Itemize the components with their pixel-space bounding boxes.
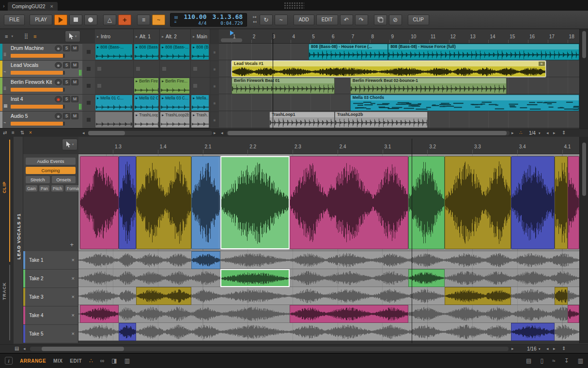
zoom-in-button[interactable]: ▸ (553, 346, 556, 351)
tab-overflow-chevron-icon[interactable]: › (3, 3, 5, 9)
take-lane[interactable] (78, 251, 579, 269)
scrollbar-handle[interactable] (42, 347, 124, 351)
launcher-scroll-right-button[interactable]: ▸ (214, 130, 216, 135)
scene-header[interactable]: ▸Alt. 2 (160, 29, 191, 44)
vertical-zoom-icon[interactable]: ⇕ (562, 130, 566, 135)
zoom-out-button[interactable]: ◂ (546, 346, 549, 351)
launcher-view-icon[interactable]: ⣿ (22, 33, 30, 39)
arranger-scroll-left-button[interactable]: ◂ (221, 130, 223, 135)
remove-take-button[interactable]: × (72, 294, 75, 300)
metronome-button[interactable]: △ (103, 15, 116, 25)
scene-option-icon[interactable]: ≡ (210, 78, 219, 95)
take-highlight[interactable] (136, 287, 191, 305)
cancel-button[interactable]: ⊘ (389, 15, 402, 25)
arranger-clip[interactable]: Lead Vocals #1≈ (232, 61, 546, 77)
clip-button[interactable]: CLIP (408, 15, 429, 25)
dot-grid-icon[interactable]: ∴ (89, 357, 93, 364)
mute-button[interactable]: M (71, 79, 78, 85)
arranger-clip[interactable]: TrashLoop2b (335, 112, 428, 128)
gain-button[interactable]: Gain (26, 185, 37, 192)
comp-lane[interactable] (78, 154, 579, 251)
comp-segment[interactable] (220, 156, 290, 249)
clip-slot[interactable]: ▸808 (Bass-... (95, 44, 134, 60)
editor-ruler[interactable]: 1.31.42.12.22.32.43.13.23.33.44.1 (78, 137, 579, 154)
edit-button[interactable]: EDIT (316, 15, 338, 25)
clip-slot[interactable] (191, 78, 210, 94)
file-button[interactable]: FILE (4, 15, 25, 25)
scene-header[interactable]: ▸Alt. 1 (134, 29, 160, 44)
info-button[interactable]: i (5, 357, 13, 365)
song-position-value[interactable]: 3.1.3.68 (213, 14, 243, 21)
loop-button[interactable]: ↻ (260, 15, 273, 25)
stop-button[interactable] (69, 15, 82, 25)
solo-button[interactable]: S (63, 113, 70, 119)
launcher-clip[interactable] (95, 112, 132, 128)
remove-take-button[interactable]: × (72, 275, 75, 281)
split-view-icon[interactable]: ◨ (111, 357, 117, 364)
mixer-panel-icon[interactable]: ≈ (552, 357, 556, 364)
clip-slot[interactable] (191, 61, 210, 77)
add-take-lane-button[interactable]: + (70, 241, 74, 248)
take-highlight[interactable] (568, 305, 579, 323)
track-row[interactable]: Drum MachineSM⠿ (0, 44, 82, 60)
scene-option-icon[interactable]: ≡ (210, 61, 219, 78)
editor-scroll-right-button[interactable]: ▸ (511, 346, 514, 351)
columns-icon[interactable]: ▥ (124, 357, 130, 364)
layers-icon[interactable]: ▤ (15, 346, 19, 351)
copy-button[interactable] (374, 15, 387, 25)
take-header[interactable]: Take 3× (23, 288, 78, 306)
browser-panel-icon[interactable]: ▯ (540, 357, 543, 364)
scene-header[interactable]: ▸Main (191, 29, 210, 44)
tab-close-icon[interactable]: × (50, 3, 53, 9)
clip-slot[interactable]: ▸808 (B... (191, 44, 210, 60)
launcher-clip[interactable]: ▸808 (B... (191, 44, 209, 60)
solo-button[interactable]: S (63, 79, 70, 85)
clip-slot[interactable] (160, 61, 191, 77)
scrollbar-handle[interactable] (582, 143, 586, 196)
clip-slot[interactable] (95, 112, 134, 128)
remove-take-button[interactable]: × (72, 331, 75, 336)
launcher-clip[interactable]: ▸808 (Bass-... (95, 44, 132, 60)
track-row[interactable]: Berlin Firework KitSM⠿ (0, 78, 82, 94)
take-highlight[interactable] (220, 269, 290, 287)
launcher-clip[interactable]: ▸Mella... (191, 95, 209, 111)
remove-take-button[interactable]: × (72, 312, 75, 318)
solo-button[interactable]: S (63, 96, 70, 102)
scrollbar-handle[interactable] (88, 131, 125, 135)
clip-slot[interactable]: ▸808 (Bass-... (134, 44, 160, 60)
track-scope-tab[interactable]: TRACK (2, 282, 7, 300)
play-button[interactable] (54, 15, 67, 25)
scrollbar-handle[interactable] (582, 31, 586, 58)
clip-slot[interactable]: ▸Trash... (191, 112, 210, 128)
take-lane[interactable] (78, 269, 579, 287)
onsets-button[interactable]: Onsets (52, 176, 76, 183)
project-tab[interactable]: CompingGUI22 × (8, 2, 58, 11)
monitor-button[interactable] (55, 113, 62, 119)
solo-button[interactable]: S (63, 45, 70, 51)
clip-stop-cell[interactable] (82, 112, 95, 128)
fill-toggle-button[interactable]: ~ (152, 15, 165, 25)
tempo-value[interactable]: 110.00 (184, 14, 207, 21)
monitor-button[interactable] (55, 62, 62, 68)
arranger-playhead[interactable] (273, 33, 273, 128)
launcher-clip[interactable]: ▸808 (Bass-... (134, 44, 158, 60)
clip-slot[interactable]: ▸Mella 02 C... (134, 95, 160, 111)
clear-icon[interactable]: × (29, 130, 32, 135)
editor-playhead[interactable] (412, 139, 412, 343)
record-button[interactable] (84, 15, 97, 25)
pitch-button[interactable]: Pitch (51, 185, 63, 192)
arranger-clip[interactable]: Berlin Firework Beat 01 (232, 78, 335, 94)
link-icon[interactable]: ∞ (100, 357, 105, 364)
mix-layout-tab[interactable]: MIX (53, 358, 62, 364)
arranger-vertical-scrollbar[interactable] (579, 29, 588, 128)
zoom-out-button[interactable]: ◂ (546, 130, 549, 135)
list-icon[interactable]: ≡ (12, 130, 15, 135)
arranger-pointer-tool-button[interactable]: ▾ (65, 31, 80, 42)
launcher-clip[interactable]: ▸Mella 02 C... (134, 95, 158, 111)
zoom-in-button[interactable]: ▸ (553, 130, 556, 135)
launcher-clip[interactable]: ▸Berlin Fire... (134, 78, 158, 94)
clip-slot[interactable]: ▸Mella 01 C... (95, 95, 134, 111)
mute-button[interactable]: M (71, 96, 78, 102)
clip-slot[interactable]: ▸Mella 03 C... (160, 95, 191, 111)
arrange-layout-tab[interactable]: ARRANGE (20, 358, 46, 364)
